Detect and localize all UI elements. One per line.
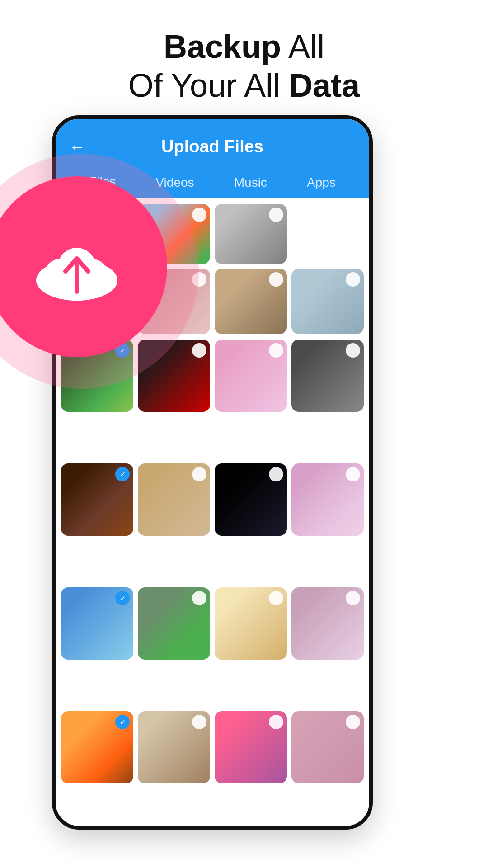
photo-select-checkbox[interactable]	[269, 591, 283, 605]
list-item[interactable]	[215, 711, 287, 783]
header-normal-2: Of Your All	[128, 67, 280, 104]
tab-music[interactable]: Music	[225, 171, 276, 198]
photo-select-checkbox[interactable]	[346, 343, 360, 358]
list-item[interactable]	[291, 711, 364, 783]
photo-select-checkbox[interactable]: ✓	[115, 467, 130, 481]
photo-select-checkbox[interactable]: ✓	[115, 591, 130, 605]
photo-select-checkbox[interactable]	[192, 591, 206, 605]
header-normal-1: All	[288, 28, 324, 65]
photo-select-checkbox[interactable]	[269, 467, 283, 481]
photo-select-checkbox[interactable]	[346, 591, 360, 605]
cloud-upload-icon	[27, 226, 127, 307]
list-item[interactable]	[215, 340, 287, 412]
photo-select-checkbox[interactable]	[346, 715, 360, 729]
photo-select-checkbox[interactable]	[346, 272, 360, 287]
photo-select-checkbox[interactable]	[192, 343, 206, 358]
page-header: Backup All Of Your All Data	[0, 0, 488, 123]
photo-select-checkbox[interactable]	[269, 272, 283, 287]
header-bold-1: Backup	[164, 28, 281, 65]
photo-select-checkbox[interactable]	[269, 715, 283, 729]
photo-select-checkbox[interactable]	[192, 467, 206, 481]
photo-select-checkbox[interactable]	[192, 715, 206, 729]
tab-apps[interactable]: Apps	[298, 171, 345, 198]
list-item[interactable]	[291, 587, 364, 660]
header-bold-2: Data	[289, 67, 360, 104]
photo-select-checkbox[interactable]	[346, 467, 360, 481]
list-item[interactable]	[291, 340, 364, 412]
list-item[interactable]	[215, 269, 287, 334]
list-item[interactable]	[138, 587, 210, 660]
list-item[interactable]	[215, 587, 287, 660]
list-item[interactable]: ✓	[61, 463, 133, 536]
list-item[interactable]	[291, 269, 364, 334]
list-item[interactable]	[138, 711, 210, 783]
photo-select-checkbox[interactable]	[269, 208, 283, 222]
list-item[interactable]	[215, 204, 287, 264]
photo-select-checkbox[interactable]: ✓	[115, 715, 130, 729]
list-item[interactable]	[215, 463, 287, 536]
list-item[interactable]	[291, 463, 364, 536]
list-item[interactable]	[138, 463, 210, 536]
app-title: Upload Files	[161, 137, 263, 156]
photo-select-checkbox[interactable]	[192, 208, 206, 222]
list-item[interactable]: ✓	[61, 587, 133, 660]
list-item[interactable]: ✓	[61, 711, 133, 783]
photos-grid: ✓ ✓ ✓	[56, 334, 369, 830]
photo-select-checkbox[interactable]	[269, 343, 283, 358]
